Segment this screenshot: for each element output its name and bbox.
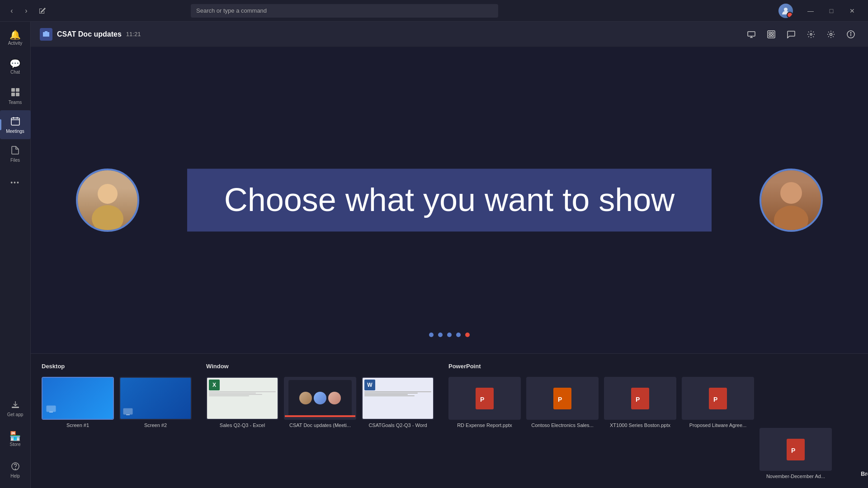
rd-expense-thumbnail[interactable]: P — [448, 377, 521, 420]
search-placeholder: Search or type a command — [196, 7, 267, 14]
search-bar[interactable]: Search or type a command — [191, 4, 498, 18]
desktop-items: Screen #1 Screen — [42, 377, 192, 428]
svg-rect-30 — [126, 414, 130, 415]
dot-3 — [447, 333, 452, 337]
screen1-thumbnail[interactable] — [42, 377, 114, 420]
svg-point-18 — [810, 33, 812, 35]
sidebar-item-activity[interactable]: 🔔 Activity — [0, 23, 31, 52]
svg-rect-29 — [123, 408, 132, 414]
teams-meeting-inner — [288, 380, 352, 417]
share-screen-button[interactable] — [743, 26, 760, 42]
svg-text:P: P — [636, 396, 640, 403]
compose-button[interactable] — [36, 5, 49, 17]
share-item-screen1[interactable]: Screen #1 — [42, 377, 114, 428]
sidebar-item-more[interactable]: ••• — [0, 168, 31, 197]
contoso-thumbnail[interactable]: P — [526, 377, 599, 420]
svg-point-0 — [784, 8, 788, 11]
sidebar-label-teams: Teams — [9, 100, 22, 105]
participant-avatar-right — [760, 169, 823, 232]
share-item-novdec[interactable]: P November-December Ad... — [760, 377, 832, 479]
share-item-rd-expense[interactable]: P RD Expense Report.pptx — [448, 377, 521, 479]
ppt-items: P RD Expense Report.pptx — [448, 377, 832, 479]
svg-rect-4 — [16, 93, 19, 96]
nav-buttons: ‹ › — [5, 5, 33, 17]
svg-rect-27 — [47, 406, 56, 412]
main-layout: 🔔 Activity 💬 Chat Teams — [0, 22, 868, 488]
category-ppt-label: PowerPoint — [448, 363, 832, 370]
svg-text:P: P — [713, 396, 717, 403]
info-button[interactable] — [843, 26, 859, 42]
minimize-button[interactable]: — — [800, 4, 821, 18]
sidebar-label-chat: Chat — [10, 70, 20, 75]
sidebar-item-chat[interactable]: 💬 Chat — [0, 52, 31, 81]
files-icon — [10, 145, 20, 156]
svg-rect-28 — [49, 412, 53, 413]
category-powerpoint: PowerPoint P — [448, 363, 832, 479]
dot-2 — [438, 333, 443, 337]
svg-rect-9 — [12, 407, 19, 408]
window-items: X Sales Q2-Q3 — [206, 377, 434, 428]
svg-point-19 — [830, 33, 832, 35]
novdec-thumbnail[interactable]: P — [760, 428, 832, 471]
teams-meeting-preview — [285, 378, 355, 419]
more-icon: ••• — [10, 179, 20, 186]
settings-button[interactable] — [823, 26, 839, 42]
svg-point-11 — [15, 469, 15, 469]
chat-panel-button[interactable] — [783, 26, 799, 42]
teams-meet-bar — [285, 415, 355, 417]
litware-thumbnail[interactable]: P — [682, 377, 754, 420]
share-item-screen2[interactable]: Screen #2 — [119, 377, 192, 428]
sidebar-label-files: Files — [10, 158, 20, 163]
share-item-contoso[interactable]: P Contoso Electronics Sales... — [526, 377, 599, 479]
forward-button[interactable]: › — [20, 5, 33, 17]
excel-thumbnail[interactable]: X — [206, 377, 278, 420]
sidebar-item-meetings[interactable]: Meetings — [0, 110, 31, 139]
participants-button[interactable] — [763, 26, 779, 42]
sidebar-item-teams[interactable]: Teams — [0, 81, 31, 110]
activity-icon: 🔔 — [9, 30, 21, 39]
svg-point-24 — [92, 205, 123, 230]
getapp-icon — [11, 400, 20, 411]
sidebar-item-help[interactable]: Help — [0, 455, 31, 484]
teams-icon — [10, 87, 20, 99]
close-button[interactable]: ✕ — [842, 4, 863, 18]
screen2-thumbnail[interactable] — [119, 377, 192, 420]
share-item-sales-excel[interactable]: X Sales Q2-Q3 — [206, 377, 278, 428]
word-thumbnail[interactable]: W — [362, 377, 434, 420]
sidebar-label-activity: Activity — [8, 41, 23, 46]
svg-text:P: P — [791, 447, 795, 454]
share-item-csat-goals[interactable]: W CSATGoals Q — [362, 377, 434, 428]
user-avatar[interactable] — [778, 4, 793, 18]
ppt-icon-2: P — [553, 388, 571, 409]
svg-point-22 — [850, 32, 851, 33]
sidebar-item-files[interactable]: Files — [0, 139, 31, 168]
ppt-icon-container-3: P — [605, 378, 675, 419]
share-item-litware[interactable]: P Proposed Litware Agree... — [682, 377, 754, 479]
svg-rect-7 — [17, 117, 18, 119]
litware-label: Proposed Litware Agree... — [689, 422, 747, 428]
sidebar-label-getapp: Get app — [7, 412, 24, 417]
contoso-label: Contoso Electronics Sales... — [531, 422, 594, 428]
activities-button[interactable] — [803, 26, 819, 42]
rd-expense-label: RD Expense Report.pptx — [457, 422, 512, 428]
novdec-label: November-December Ad... — [766, 474, 825, 479]
svg-rect-5 — [11, 118, 19, 125]
title-bar: ‹ › Search or type a command — □ ✕ — [0, 0, 868, 22]
share-item-csat-meeting[interactable]: CSAT Doc updates (Meeti... — [284, 377, 356, 428]
teams-meeting-thumbnail[interactable] — [284, 377, 356, 420]
ppt-icon-container-4: P — [683, 378, 753, 419]
screen2-label: Screen #2 — [144, 422, 167, 428]
maximize-button[interactable]: □ — [821, 4, 842, 18]
sidebar-item-store[interactable]: 🏪 Store — [0, 425, 31, 454]
svg-rect-2 — [16, 88, 19, 92]
meeting-video-area: Choose what you want to show — [31, 47, 868, 353]
sidebar-label-meetings: Meetings — [6, 129, 24, 134]
xt1000-thumbnail[interactable]: P — [604, 377, 676, 420]
share-item-xt1000[interactable]: P XT1000 Series Boston.pptx — [604, 377, 676, 479]
svg-rect-12 — [748, 32, 755, 36]
ppt-icon-container-1: P — [449, 378, 520, 419]
back-button[interactable]: ‹ — [5, 5, 18, 17]
sidebar-item-getapp[interactable]: Get app — [0, 394, 31, 423]
ppt-icon-4: P — [709, 388, 727, 409]
category-browse: Browse — [861, 470, 868, 479]
